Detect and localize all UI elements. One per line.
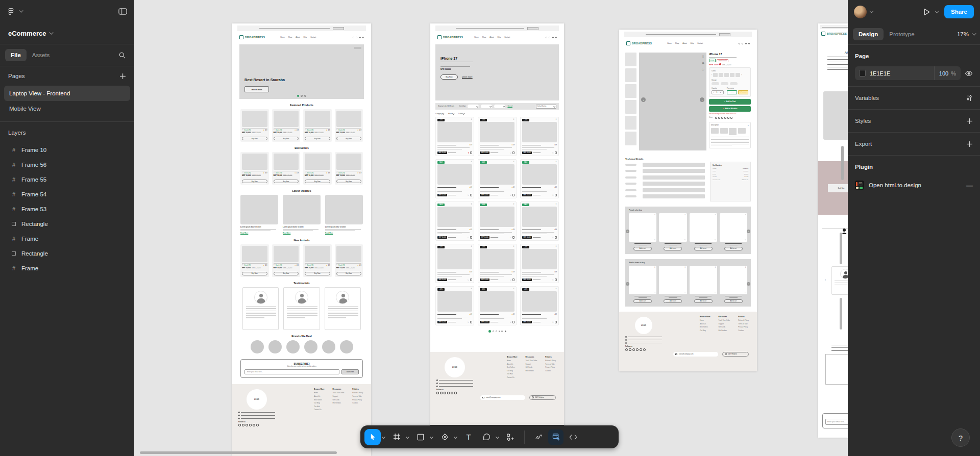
product-card[interactable]: -24%⇧★4.9NRP 10,000NRP 1,20,000♡: [478, 244, 517, 283]
buy-now-button[interactable]: Buy Now: [305, 272, 330, 275]
cart-icon[interactable]: [555, 37, 557, 38]
pen-tool[interactable]: [436, 429, 453, 445]
share-social-icon[interactable]: [724, 117, 726, 119]
thumbnail[interactable]: [625, 100, 636, 114]
footer-link[interactable]: Home: [700, 319, 710, 321]
footer-link[interactable]: The Hub: [507, 373, 518, 375]
filter-dropdown[interactable]: [481, 105, 492, 108]
related-card[interactable]: ⇧♡Add to cart: [629, 266, 656, 303]
nav-link[interactable]: Contact: [504, 36, 510, 38]
footer-link[interactable]: Track Your Order: [719, 319, 730, 321]
quantity-stepper[interactable]: - 1 +: [712, 90, 724, 94]
footer-link[interactable]: Best Sellers: [507, 366, 518, 368]
footer-link[interactable]: Home: [314, 392, 325, 394]
heart-icon[interactable]: ♡: [242, 129, 243, 131]
plugin-active-icon[interactable]: [548, 429, 564, 445]
search-icon[interactable]: [546, 37, 547, 38]
add-page-icon[interactable]: [119, 73, 126, 80]
layer-item[interactable]: #Frame 55: [0, 172, 134, 187]
announcement-button[interactable]: [719, 33, 730, 36]
add-to-bag-icon[interactable]: [512, 151, 514, 154]
buy-now-button[interactable]: Buy Now: [242, 137, 267, 140]
layer-item[interactable]: #Frame 56: [0, 157, 134, 172]
heart-icon[interactable]: ♡: [274, 129, 275, 131]
footer-link[interactable]: Our Blog: [507, 370, 518, 372]
share-icon[interactable]: ⇧: [555, 118, 557, 120]
color-swatch[interactable]: [724, 73, 729, 77]
search-icon[interactable]: [353, 37, 354, 38]
add-export-icon[interactable]: [966, 141, 973, 147]
nav-link[interactable]: Home: [667, 42, 672, 44]
tab-design[interactable]: Design: [853, 28, 884, 40]
social-icon[interactable]: [632, 348, 635, 351]
email-input[interactable]: Enter your email here...: [244, 369, 339, 374]
pagination-dot[interactable]: [496, 331, 497, 332]
share-icon[interactable]: ⇧: [702, 55, 704, 58]
heart-icon[interactable]: ♡: [715, 292, 716, 294]
brand-logo[interactable]: BROADPRESS: [626, 41, 652, 45]
hero-carousel[interactable]: Best Resort in SaurahaBook Now: [239, 44, 364, 99]
thumbnail[interactable]: [625, 132, 636, 145]
heart-icon[interactable]: ♡: [745, 239, 746, 241]
footer-link[interactable]: Our Blog: [314, 402, 325, 404]
zoom-icon[interactable]: ⊕: [702, 61, 704, 65]
shape-tool-chevron-icon[interactable]: [430, 435, 433, 439]
heart-icon[interactable]: ♡: [745, 292, 746, 294]
brand-logo[interactable]: BROADPRESS: [437, 35, 463, 39]
share-icon[interactable]: ⇧: [555, 203, 557, 205]
cart-icon[interactable]: [748, 43, 750, 44]
tab-prototype[interactable]: Prototype: [884, 28, 920, 40]
nav-link[interactable]: Help: [498, 36, 501, 38]
draw-icon[interactable]: [530, 429, 547, 445]
wishlist-heart-icon[interactable]: ♡: [468, 194, 469, 196]
pagination-dot[interactable]: [493, 331, 494, 332]
add-to-cart-small-button[interactable]: Add to cart: [664, 247, 682, 250]
wishlist-heart-icon[interactable]: ♡: [552, 152, 554, 154]
product-card[interactable]: -24%⇧★4.9NRP 10,000NRP 1,20,000♡: [435, 286, 474, 325]
add-to-bag-icon[interactable]: [470, 151, 472, 154]
footer-link[interactable]: About Us: [507, 363, 518, 365]
wishlist-icon[interactable]: [745, 43, 747, 44]
add-to-wishlist-button[interactable]: ♥Add to Wishlist: [709, 106, 751, 112]
product-card[interactable]: ♡Stock (78)★4.9NRP 10,000NRP 1,20,000Buy…: [272, 109, 301, 142]
add-to-cart-small-button[interactable]: Add to cart: [633, 247, 652, 250]
product-card[interactable]: SALE⇧★4.9NRP 10,000NRP 1,20,000♡: [478, 201, 517, 241]
shop-buy-now-button[interactable]: Buy Now: [440, 74, 458, 80]
add-to-bag-icon[interactable]: [470, 236, 472, 239]
add-to-cart-small-button[interactable]: Add to cart: [633, 299, 652, 303]
footer-email-pill[interactable]: news@company.com: [480, 395, 525, 400]
heart-icon[interactable]: ♡: [336, 264, 338, 266]
social-icon[interactable]: [246, 424, 248, 426]
sidebar-page-item[interactable]: Laptop View - Frontend: [4, 86, 130, 101]
color-swatch[interactable]: [736, 73, 740, 77]
search-icon[interactable]: [118, 52, 126, 59]
wishlist-heart-icon[interactable]: ♥: [468, 152, 469, 154]
add-to-bag-icon[interactable]: [512, 194, 514, 196]
swatch-next-icon[interactable]: ›: [741, 73, 742, 76]
footer-link[interactable]: Contact Us: [314, 409, 325, 411]
product-card[interactable]: ♡Stock (78)★4.9NRP 10,000NRP 1,20,000Buy…: [240, 244, 269, 277]
footer-link[interactable]: Gift Cards: [526, 366, 537, 368]
heart-icon[interactable]: ♡: [715, 239, 716, 241]
social-icon[interactable]: [249, 424, 252, 426]
share-social-icon[interactable]: [727, 117, 729, 119]
footer-link[interactable]: Privacy Policy: [545, 366, 556, 368]
frame-tool[interactable]: [388, 429, 405, 445]
social-icon[interactable]: [440, 392, 443, 394]
book-now-button[interactable]: Book Now: [244, 86, 269, 92]
social-icon[interactable]: [447, 392, 450, 394]
pagination-dot[interactable]: [499, 331, 500, 332]
buy-now-button[interactable]: Buy Now: [274, 180, 299, 183]
footer-link[interactable]: Support: [719, 323, 730, 325]
wishlist-heart-icon[interactable]: ♡: [552, 237, 554, 239]
brand-logo[interactable]: BROADPRESS: [239, 35, 265, 39]
social-icon[interactable]: [643, 348, 646, 351]
heart-icon[interactable]: ♡: [684, 239, 685, 241]
add-style-icon[interactable]: [966, 118, 973, 124]
add-to-bag-icon[interactable]: [512, 236, 514, 239]
buy-now-button[interactable]: Buy Now: [305, 137, 330, 140]
learn-more-link[interactable]: Learn more: [462, 76, 473, 78]
layer-item[interactable]: #Frame 10: [0, 142, 134, 157]
buy-now-button[interactable]: Buy Now: [274, 137, 299, 140]
footer-helpline-pill[interactable]: 24/7 Helpline: [722, 352, 749, 357]
